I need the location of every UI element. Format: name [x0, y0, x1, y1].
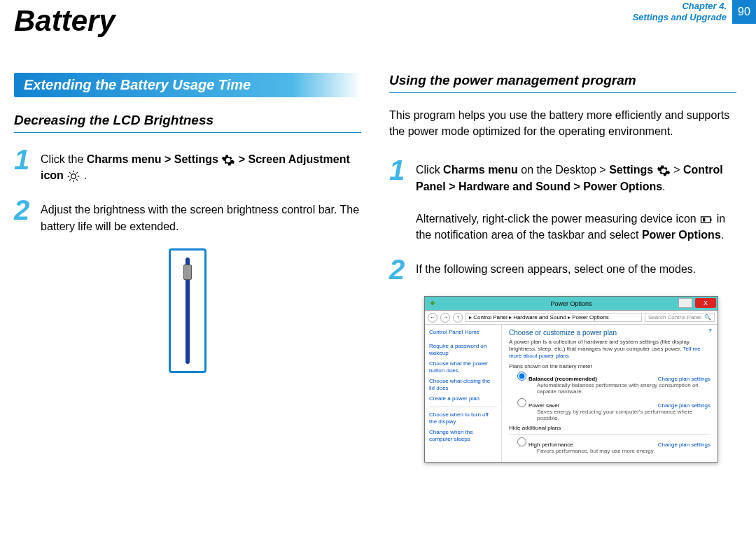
sub-heading: Plans shown on the battery meter — [509, 363, 710, 369]
svg-line-6 — [77, 179, 78, 181]
app-icon — [429, 299, 436, 306]
chapter-line2: Settings and Upgrade — [633, 12, 727, 23]
search-input[interactable]: Search Control Panel🔍 — [645, 313, 715, 322]
main-pane: ? Choose or customize a power plan A pow… — [502, 325, 718, 462]
plan-radio[interactable] — [517, 372, 526, 381]
page-title: Battery — [14, 4, 115, 38]
change-plan-link[interactable]: Change plan settings — [658, 442, 710, 448]
step-number: 2 — [389, 257, 407, 282]
chapter-box: Chapter 4. Settings and Upgrade 90 — [633, 0, 756, 24]
nav-bar: ← → ↑ ▸ Control Panel ▸ Hardware and Sou… — [425, 311, 718, 325]
slider-thumb[interactable] — [183, 265, 192, 280]
subheading-power: Using the power management program — [389, 73, 736, 93]
step-2-right: 2 If the following screen appears, selec… — [389, 257, 736, 282]
gear-icon — [221, 153, 235, 167]
svg-rect-9 — [701, 217, 710, 223]
pane-heading: Choose or customize a power plan — [509, 329, 710, 337]
plan-high[interactable]: High performance — [517, 437, 573, 448]
svg-rect-11 — [703, 218, 705, 221]
power-options-screenshot: Power Options X ← → ↑ ▸ Control Panel ▸ … — [424, 296, 718, 463]
plan-radio[interactable] — [517, 398, 526, 407]
subheading-lcd: Decreasing the LCD Brightness — [14, 113, 361, 133]
page-number: 90 — [732, 0, 756, 24]
step-number: 1 — [14, 147, 32, 172]
section-heading: Extending the Battery Usage Time — [14, 73, 361, 97]
svg-line-5 — [70, 172, 71, 174]
brightness-slider[interactable] — [169, 248, 206, 373]
sidebar-home[interactable]: Control Panel Home — [429, 329, 497, 336]
sidebar-link[interactable]: Create a power plan — [429, 395, 497, 402]
hide-plans-link[interactable]: Hide additional plans — [509, 425, 710, 431]
svg-rect-10 — [710, 218, 712, 220]
sidebar: Control Panel Home Require a password on… — [425, 325, 502, 462]
plan-balanced[interactable]: Balanced (recommended) — [517, 372, 597, 382]
search-icon: 🔍 — [704, 314, 711, 320]
chapter-line1: Chapter 4. — [633, 1, 727, 12]
help-icon[interactable]: ? — [708, 327, 712, 334]
step-number: 1 — [389, 157, 407, 183]
svg-point-0 — [71, 174, 76, 179]
sidebar-link[interactable]: Choose when to turn off the display — [429, 411, 497, 425]
step-number: 2 — [14, 197, 32, 223]
sidebar-link[interactable]: Change when the computer sleeps — [429, 429, 497, 442]
change-plan-link[interactable]: Change plan settings — [658, 402, 710, 409]
change-plan-link[interactable]: Change plan settings — [658, 376, 710, 382]
svg-line-7 — [70, 179, 71, 181]
breadcrumb[interactable]: ▸ Control Panel ▸ Hardware and Sound ▸ P… — [465, 313, 642, 322]
plan-radio[interactable] — [517, 437, 526, 446]
intro-text: This program helps you use the battery m… — [389, 107, 736, 139]
step-2-left: 2 Adjust the brightness with the screen … — [14, 197, 361, 234]
sidebar-link[interactable]: Choose what closing the lid does — [429, 378, 497, 391]
step-1-left: 1 Click the Charms menu > Settings > Scr… — [14, 147, 361, 183]
minimize-button[interactable] — [678, 298, 692, 308]
up-button[interactable]: ↑ — [453, 313, 463, 323]
forward-button[interactable]: → — [440, 313, 450, 323]
left-column: Extending the Battery Usage Time Decreas… — [14, 73, 361, 463]
svg-line-8 — [77, 172, 78, 174]
pane-desc: A power plan is a collection of hardware… — [509, 339, 710, 359]
sidebar-link[interactable]: Require a password on wakeup — [429, 343, 497, 356]
plan-saver[interactable]: Power saver — [517, 398, 559, 409]
sidebar-link[interactable]: Choose what the power button does — [429, 360, 497, 374]
window-titlebar: Power Options X — [425, 297, 718, 311]
gear-icon — [657, 164, 671, 178]
right-column: Using the power management program This … — [389, 73, 736, 463]
battery-device-icon — [699, 213, 713, 227]
back-button[interactable]: ← — [428, 313, 438, 323]
step-1-right: 1 Click Charms menu on the Desktop > Set… — [389, 157, 736, 243]
brightness-icon — [66, 169, 80, 183]
close-button[interactable]: X — [695, 298, 716, 308]
window-title: Power Options — [550, 300, 592, 307]
